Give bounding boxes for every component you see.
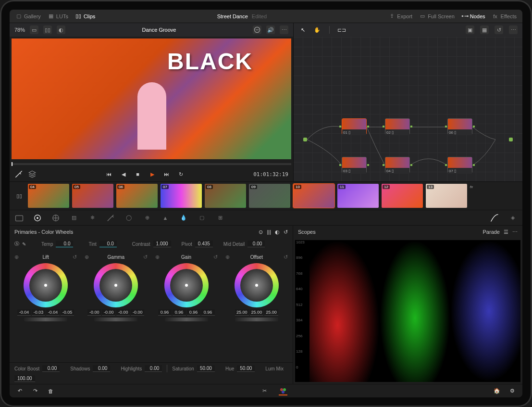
stop-button[interactable]: ■ <box>134 170 142 178</box>
scope-mode[interactable]: Parade <box>483 229 500 235</box>
wheel-picker-icon[interactable]: ⊕ <box>14 254 19 260</box>
node-02[interactable]: 02 ▯ <box>385 118 410 135</box>
next-clip-button[interactable]: ⏭ <box>162 170 171 178</box>
hand-tool[interactable]: ✋ <box>313 25 322 34</box>
gain-wheel[interactable] <box>164 263 209 307</box>
page-cut[interactable]: ✂ <box>260 387 269 395</box>
wheel-value[interactable]: -0.03 <box>32 309 45 316</box>
shadows-value[interactable]: 0.00 <box>93 365 110 372</box>
node-reset[interactable]: ↺ <box>495 25 503 34</box>
thumbnail-10[interactable]: 10fx <box>293 184 334 208</box>
middetail-value[interactable]: 0.00 <box>247 241 265 247</box>
gamma-master-slider[interactable] <box>94 318 137 321</box>
scope-settings-icon[interactable]: ☰ <box>504 229 508 235</box>
nodes-button[interactable]: ∘⊸Nodes <box>461 13 485 20</box>
magic-mask-icon[interactable]: ▲ <box>161 213 170 223</box>
gamma-wheel[interactable] <box>94 263 138 307</box>
gallery-tab[interactable]: ▢Gallery <box>15 13 41 20</box>
prev-clip-button[interactable]: ⏮ <box>105 170 113 178</box>
scope-more-icon[interactable]: ⋯ <box>512 229 518 235</box>
wheel-picker-icon[interactable]: ⊕ <box>85 254 89 260</box>
bypass-icon[interactable] <box>253 25 261 34</box>
node-03[interactable]: 03 ▯ <box>342 157 367 173</box>
undo-button[interactable]: ↶ <box>15 387 24 395</box>
bars-mode-icon[interactable]: ||| <box>267 229 271 235</box>
reset-all-icon[interactable]: ↺ <box>284 229 288 235</box>
thumbnail-09[interactable]: 09 <box>249 184 290 208</box>
rgb-mixer-icon[interactable]: ▨ <box>69 213 79 223</box>
node-04[interactable]: 04 ▯ <box>385 157 410 173</box>
wheel-value[interactable]: -0.00 <box>131 309 144 316</box>
wheel-value[interactable]: 0.96 <box>187 309 200 316</box>
qualifier-icon[interactable] <box>106 213 115 223</box>
offset-master-slider[interactable] <box>235 318 278 321</box>
thumbnail-08[interactable]: 08 <box>205 184 246 208</box>
blur-icon[interactable]: 💧 <box>179 213 188 223</box>
offset-wheel[interactable] <box>235 263 279 307</box>
thumbnail-11[interactable]: 11 <box>337 184 379 208</box>
more-icon[interactable]: ⋯ <box>280 25 288 34</box>
wheels-mode-icon[interactable]: ⊙ <box>259 229 263 235</box>
export-button[interactable]: ⇪Export <box>388 13 412 20</box>
gain-master-slider[interactable] <box>165 318 208 321</box>
wheel-value[interactable]: -0.04 <box>46 309 60 316</box>
sizing-icon[interactable]: ⊞ <box>215 213 225 223</box>
layers-icon[interactable] <box>28 170 37 178</box>
wheel-value[interactable]: -0.00 <box>87 309 101 316</box>
delete-button[interactable]: 🗑 <box>46 387 55 395</box>
node-06[interactable]: 06 ▯ <box>447 118 472 135</box>
thumbnail-06[interactable]: 06 <box>116 184 158 208</box>
viewer[interactable]: BLACK <box>12 38 291 159</box>
wheel-value[interactable]: 25.00 <box>235 309 249 316</box>
highlights-value[interactable]: 0.00 <box>145 365 162 372</box>
color-wheels-icon[interactable] <box>33 213 42 223</box>
node-layout-icon[interactable]: ⊏⊐ <box>337 25 346 34</box>
viewer-timeline[interactable] <box>12 163 291 165</box>
node-view-1[interactable]: ▣ <box>466 25 474 34</box>
luts-tab[interactable]: ▦LUTs <box>48 13 68 20</box>
wheel-reset-icon[interactable]: ↺ <box>73 254 77 260</box>
wheel-value[interactable]: 25.00 <box>264 309 278 316</box>
wheel-value[interactable]: -0.00 <box>116 309 130 316</box>
cursor-tool[interactable]: ↖ <box>298 25 307 34</box>
audio-icon[interactable]: 🔊 <box>266 25 275 34</box>
wheel-reset-icon[interactable]: ↺ <box>143 254 148 260</box>
thumbnail-07[interactable]: 07 <box>161 184 202 208</box>
thumbnail-05[interactable]: 05 <box>72 184 113 208</box>
lift-master-slider[interactable] <box>24 318 67 321</box>
loop-button[interactable]: ↻ <box>177 170 186 178</box>
log-mode-icon[interactable]: ◐ <box>275 229 280 235</box>
warper-icon[interactable]: ◈ <box>508 213 518 223</box>
node-07[interactable]: 07 ▯ <box>447 157 472 173</box>
effects-button[interactable]: fxEffects <box>492 13 517 20</box>
wheel-value[interactable]: 0.96 <box>173 309 186 316</box>
thumbnail-12[interactable]: 12 <box>382 184 423 208</box>
hdr-wheels-icon[interactable] <box>51 213 61 223</box>
window-icon[interactable]: ◯ <box>124 213 134 223</box>
wheel-reset-icon[interactable]: ↺ <box>284 254 288 260</box>
lummix-value[interactable]: 100.00 <box>14 375 35 382</box>
contrast-value[interactable]: 1.000 <box>153 241 171 247</box>
view-mode-1[interactable]: ▭ <box>30 25 38 34</box>
temp-value[interactable]: 0.0 <box>56 241 73 247</box>
fullscreen-button[interactable]: ▭Full Screen <box>419 13 455 20</box>
settings-button[interactable]: ⚙ <box>508 387 517 395</box>
wheel-value[interactable]: 0.96 <box>201 309 215 316</box>
wheel-value[interactable]: 0.96 <box>158 309 172 316</box>
tint-value[interactable]: 0.0 <box>99 241 117 247</box>
pick-white-icon[interactable]: ✎ <box>22 242 26 247</box>
play-button[interactable]: ▶ <box>148 170 157 178</box>
page-color[interactable] <box>279 387 287 395</box>
highlight-toggle[interactable]: ◐ <box>57 25 65 34</box>
node-graph[interactable]: 01 ▯02 ▯03 ▯04 ▯06 ▯07 ▯ <box>294 37 522 181</box>
auto-balance-icon[interactable]: Ⓐ <box>14 241 19 247</box>
thumbnail-mode-icon[interactable]: ▯▯ <box>13 184 25 208</box>
pivot-value[interactable]: 0.435 <box>195 241 213 247</box>
saturation-value[interactable]: 50.00 <box>197 365 215 372</box>
view-mode-2[interactable]: ▯▯ <box>43 25 52 34</box>
redo-button[interactable]: ↷ <box>31 387 39 395</box>
wheel-reset-icon[interactable]: ↺ <box>213 254 218 260</box>
wheel-value[interactable]: -0.05 <box>61 309 74 316</box>
hue-value[interactable]: 50.00 <box>237 365 255 372</box>
zoom-level[interactable]: 78% <box>14 27 25 33</box>
